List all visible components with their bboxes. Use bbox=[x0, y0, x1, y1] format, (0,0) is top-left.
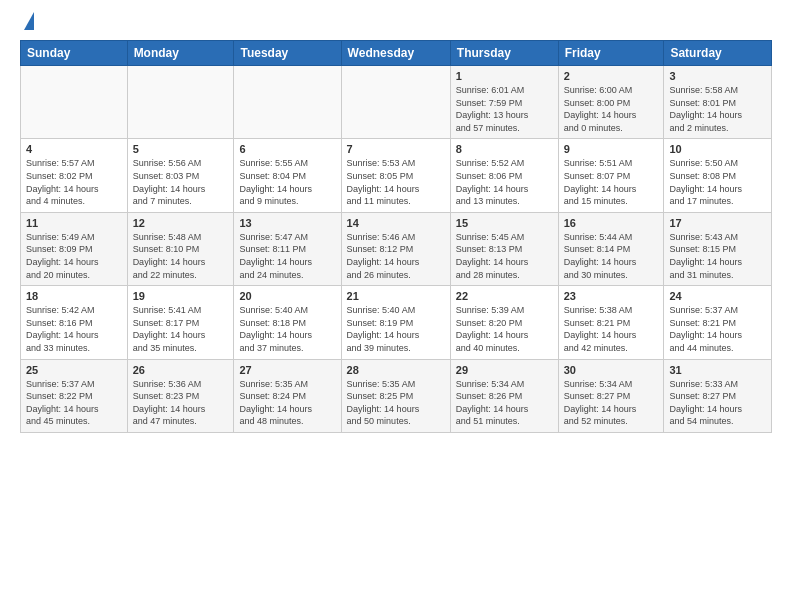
day-info: Sunrise: 5:56 AM Sunset: 8:03 PM Dayligh… bbox=[133, 157, 229, 207]
day-info: Sunrise: 5:38 AM Sunset: 8:21 PM Dayligh… bbox=[564, 304, 659, 354]
day-number: 13 bbox=[239, 217, 335, 229]
calendar-cell: 3Sunrise: 5:58 AM Sunset: 8:01 PM Daylig… bbox=[664, 66, 772, 139]
day-number: 9 bbox=[564, 143, 659, 155]
day-info: Sunrise: 5:57 AM Sunset: 8:02 PM Dayligh… bbox=[26, 157, 122, 207]
day-info: Sunrise: 6:00 AM Sunset: 8:00 PM Dayligh… bbox=[564, 84, 659, 134]
day-info: Sunrise: 5:49 AM Sunset: 8:09 PM Dayligh… bbox=[26, 231, 122, 281]
calendar-cell bbox=[341, 66, 450, 139]
calendar-cell: 25Sunrise: 5:37 AM Sunset: 8:22 PM Dayli… bbox=[21, 359, 128, 432]
day-number: 31 bbox=[669, 364, 766, 376]
day-number: 5 bbox=[133, 143, 229, 155]
day-number: 2 bbox=[564, 70, 659, 82]
day-number: 27 bbox=[239, 364, 335, 376]
day-number: 22 bbox=[456, 290, 553, 302]
day-number: 23 bbox=[564, 290, 659, 302]
calendar-cell bbox=[21, 66, 128, 139]
calendar-day-header: Sunday bbox=[21, 41, 128, 66]
day-number: 16 bbox=[564, 217, 659, 229]
day-number: 11 bbox=[26, 217, 122, 229]
calendar-cell: 10Sunrise: 5:50 AM Sunset: 8:08 PM Dayli… bbox=[664, 139, 772, 212]
day-number: 4 bbox=[26, 143, 122, 155]
calendar-cell: 21Sunrise: 5:40 AM Sunset: 8:19 PM Dayli… bbox=[341, 286, 450, 359]
day-number: 25 bbox=[26, 364, 122, 376]
calendar-cell: 2Sunrise: 6:00 AM Sunset: 8:00 PM Daylig… bbox=[558, 66, 664, 139]
calendar-cell: 9Sunrise: 5:51 AM Sunset: 8:07 PM Daylig… bbox=[558, 139, 664, 212]
calendar-day-header: Friday bbox=[558, 41, 664, 66]
day-info: Sunrise: 5:37 AM Sunset: 8:22 PM Dayligh… bbox=[26, 378, 122, 428]
calendar-day-header: Tuesday bbox=[234, 41, 341, 66]
calendar-cell: 19Sunrise: 5:41 AM Sunset: 8:17 PM Dayli… bbox=[127, 286, 234, 359]
calendar-cell: 15Sunrise: 5:45 AM Sunset: 8:13 PM Dayli… bbox=[450, 212, 558, 285]
day-number: 8 bbox=[456, 143, 553, 155]
calendar-cell: 29Sunrise: 5:34 AM Sunset: 8:26 PM Dayli… bbox=[450, 359, 558, 432]
calendar-cell bbox=[234, 66, 341, 139]
day-info: Sunrise: 5:55 AM Sunset: 8:04 PM Dayligh… bbox=[239, 157, 335, 207]
calendar-cell: 18Sunrise: 5:42 AM Sunset: 8:16 PM Dayli… bbox=[21, 286, 128, 359]
calendar-day-header: Saturday bbox=[664, 41, 772, 66]
calendar-cell: 4Sunrise: 5:57 AM Sunset: 8:02 PM Daylig… bbox=[21, 139, 128, 212]
day-number: 17 bbox=[669, 217, 766, 229]
day-number: 26 bbox=[133, 364, 229, 376]
calendar-week-row: 18Sunrise: 5:42 AM Sunset: 8:16 PM Dayli… bbox=[21, 286, 772, 359]
calendar-week-row: 25Sunrise: 5:37 AM Sunset: 8:22 PM Dayli… bbox=[21, 359, 772, 432]
calendar-cell: 23Sunrise: 5:38 AM Sunset: 8:21 PM Dayli… bbox=[558, 286, 664, 359]
day-info: Sunrise: 5:52 AM Sunset: 8:06 PM Dayligh… bbox=[456, 157, 553, 207]
calendar-cell: 8Sunrise: 5:52 AM Sunset: 8:06 PM Daylig… bbox=[450, 139, 558, 212]
day-info: Sunrise: 6:01 AM Sunset: 7:59 PM Dayligh… bbox=[456, 84, 553, 134]
calendar-week-row: 4Sunrise: 5:57 AM Sunset: 8:02 PM Daylig… bbox=[21, 139, 772, 212]
day-info: Sunrise: 5:46 AM Sunset: 8:12 PM Dayligh… bbox=[347, 231, 445, 281]
day-number: 14 bbox=[347, 217, 445, 229]
logo-triangle-icon bbox=[24, 12, 34, 30]
calendar-table: SundayMondayTuesdayWednesdayThursdayFrid… bbox=[20, 40, 772, 433]
calendar-cell: 26Sunrise: 5:36 AM Sunset: 8:23 PM Dayli… bbox=[127, 359, 234, 432]
day-info: Sunrise: 5:43 AM Sunset: 8:15 PM Dayligh… bbox=[669, 231, 766, 281]
calendar-week-row: 11Sunrise: 5:49 AM Sunset: 8:09 PM Dayli… bbox=[21, 212, 772, 285]
day-info: Sunrise: 5:34 AM Sunset: 8:27 PM Dayligh… bbox=[564, 378, 659, 428]
calendar-cell: 28Sunrise: 5:35 AM Sunset: 8:25 PM Dayli… bbox=[341, 359, 450, 432]
day-number: 18 bbox=[26, 290, 122, 302]
header bbox=[20, 16, 772, 28]
logo bbox=[20, 16, 34, 28]
day-info: Sunrise: 5:58 AM Sunset: 8:01 PM Dayligh… bbox=[669, 84, 766, 134]
calendar-day-header: Thursday bbox=[450, 41, 558, 66]
day-info: Sunrise: 5:45 AM Sunset: 8:13 PM Dayligh… bbox=[456, 231, 553, 281]
day-number: 7 bbox=[347, 143, 445, 155]
day-number: 3 bbox=[669, 70, 766, 82]
calendar-cell: 24Sunrise: 5:37 AM Sunset: 8:21 PM Dayli… bbox=[664, 286, 772, 359]
calendar-cell: 27Sunrise: 5:35 AM Sunset: 8:24 PM Dayli… bbox=[234, 359, 341, 432]
calendar-cell: 17Sunrise: 5:43 AM Sunset: 8:15 PM Dayli… bbox=[664, 212, 772, 285]
day-info: Sunrise: 5:41 AM Sunset: 8:17 PM Dayligh… bbox=[133, 304, 229, 354]
calendar-cell: 7Sunrise: 5:53 AM Sunset: 8:05 PM Daylig… bbox=[341, 139, 450, 212]
day-info: Sunrise: 5:48 AM Sunset: 8:10 PM Dayligh… bbox=[133, 231, 229, 281]
day-info: Sunrise: 5:33 AM Sunset: 8:27 PM Dayligh… bbox=[669, 378, 766, 428]
day-info: Sunrise: 5:37 AM Sunset: 8:21 PM Dayligh… bbox=[669, 304, 766, 354]
day-info: Sunrise: 5:36 AM Sunset: 8:23 PM Dayligh… bbox=[133, 378, 229, 428]
calendar-cell: 30Sunrise: 5:34 AM Sunset: 8:27 PM Dayli… bbox=[558, 359, 664, 432]
day-number: 15 bbox=[456, 217, 553, 229]
calendar-cell: 11Sunrise: 5:49 AM Sunset: 8:09 PM Dayli… bbox=[21, 212, 128, 285]
day-info: Sunrise: 5:51 AM Sunset: 8:07 PM Dayligh… bbox=[564, 157, 659, 207]
calendar-cell: 31Sunrise: 5:33 AM Sunset: 8:27 PM Dayli… bbox=[664, 359, 772, 432]
calendar-day-header: Monday bbox=[127, 41, 234, 66]
logo-top bbox=[20, 16, 34, 30]
day-info: Sunrise: 5:44 AM Sunset: 8:14 PM Dayligh… bbox=[564, 231, 659, 281]
day-number: 1 bbox=[456, 70, 553, 82]
page: SundayMondayTuesdayWednesdayThursdayFrid… bbox=[0, 0, 792, 612]
calendar-cell: 6Sunrise: 5:55 AM Sunset: 8:04 PM Daylig… bbox=[234, 139, 341, 212]
calendar-day-header: Wednesday bbox=[341, 41, 450, 66]
day-info: Sunrise: 5:47 AM Sunset: 8:11 PM Dayligh… bbox=[239, 231, 335, 281]
calendar-header-row: SundayMondayTuesdayWednesdayThursdayFrid… bbox=[21, 41, 772, 66]
day-info: Sunrise: 5:53 AM Sunset: 8:05 PM Dayligh… bbox=[347, 157, 445, 207]
day-info: Sunrise: 5:34 AM Sunset: 8:26 PM Dayligh… bbox=[456, 378, 553, 428]
day-info: Sunrise: 5:42 AM Sunset: 8:16 PM Dayligh… bbox=[26, 304, 122, 354]
day-number: 28 bbox=[347, 364, 445, 376]
day-info: Sunrise: 5:35 AM Sunset: 8:24 PM Dayligh… bbox=[239, 378, 335, 428]
calendar-cell: 20Sunrise: 5:40 AM Sunset: 8:18 PM Dayli… bbox=[234, 286, 341, 359]
day-number: 24 bbox=[669, 290, 766, 302]
day-info: Sunrise: 5:40 AM Sunset: 8:19 PM Dayligh… bbox=[347, 304, 445, 354]
day-number: 21 bbox=[347, 290, 445, 302]
day-number: 20 bbox=[239, 290, 335, 302]
day-info: Sunrise: 5:39 AM Sunset: 8:20 PM Dayligh… bbox=[456, 304, 553, 354]
day-info: Sunrise: 5:35 AM Sunset: 8:25 PM Dayligh… bbox=[347, 378, 445, 428]
day-number: 6 bbox=[239, 143, 335, 155]
